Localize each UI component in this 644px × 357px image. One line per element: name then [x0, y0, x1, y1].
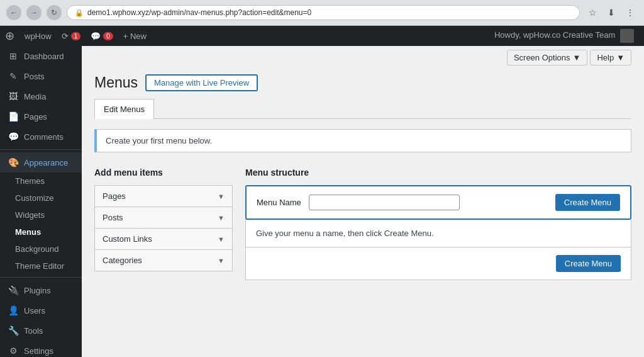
sidebar-item-settings[interactable]: ⚙ Settings — [0, 341, 82, 357]
menu-footer-row: Create Menu — [245, 247, 631, 280]
bookmark-button[interactable]: ☆ — [585, 5, 600, 20]
pages-icon: 📄 — [8, 111, 19, 122]
menus-header: Menus Manage with Live Preview — [82, 69, 644, 99]
theme-editor-sub-label: Theme Editor — [15, 261, 64, 271]
admin-bar: ⊕ wpHow ⟳ 1 💬 0 + New Howdy, wpHow.co Cr… — [0, 26, 644, 46]
accordion-categories-header[interactable]: Categories ▼ — [95, 250, 232, 271]
howdy-text: Howdy, wpHow.co Creative Team — [494, 30, 615, 40]
add-menu-items-panel: Add menu items Pages ▼ Posts ▼ Custom Li — [94, 167, 233, 271]
browser-actions: ☆ ⬇ ⋮ — [585, 5, 638, 20]
sidebar-sub-menus[interactable]: Menus — [0, 224, 82, 241]
accordion-pages-label: Pages — [103, 191, 126, 201]
sidebar-item-appearance[interactable]: 🎨 Appearance — [0, 152, 82, 173]
lock-icon: 🔒 — [75, 9, 84, 17]
settings-icon: ⚙ — [8, 346, 19, 356]
screen-options-label: Screen Options — [514, 53, 570, 62]
admin-bar-comments[interactable]: 💬 0 — [86, 26, 118, 46]
sidebar-sub-themes[interactable]: Themes — [0, 173, 82, 190]
sidebar-item-posts[interactable]: ✎ Posts — [0, 66, 82, 86]
menu-name-input[interactable] — [309, 195, 460, 210]
wp-logo-icon[interactable]: ⊕ — [5, 29, 14, 43]
page-title: Menus — [94, 74, 138, 91]
accordion-custom-links-chevron-icon: ▼ — [218, 235, 225, 243]
accordion-categories: Categories ▼ — [94, 249, 233, 271]
comments-label: Comments — [24, 132, 64, 142]
sidebar: ⊞ Dashboard ✎ Posts 🖼 Media 📄 Pages 💬 Co… — [0, 46, 82, 357]
comments-sidebar-icon: 💬 — [8, 132, 19, 142]
settings-label: Settings — [24, 346, 53, 356]
posts-label: Posts — [24, 72, 45, 81]
plugins-icon: 🔌 — [8, 285, 19, 295]
admin-bar-updates[interactable]: ⟳ 1 — [57, 26, 86, 46]
menu-builder: Add menu items Pages ▼ Posts ▼ Custom Li — [82, 157, 644, 290]
appearance-label: Appearance — [24, 158, 68, 167]
forward-button[interactable]: → — [26, 5, 42, 20]
screen-options-button[interactable]: Screen Options ▼ — [507, 50, 587, 65]
notice-text: Create your first menu below. — [106, 136, 212, 145]
dashboard-icon: ⊞ — [8, 51, 19, 61]
appearance-icon: 🎨 — [8, 157, 19, 167]
sidebar-separator — [0, 149, 82, 150]
themes-sub-label: Themes — [15, 176, 45, 186]
widgets-sub-label: Widgets — [15, 210, 45, 220]
menu-name-row: Menu Name Create Menu — [245, 185, 631, 220]
updates-icon: ⟳ — [62, 31, 69, 41]
sidebar-item-tools[interactable]: 🔧 Tools — [0, 320, 82, 341]
sidebar-item-users[interactable]: 👤 Users — [0, 300, 82, 320]
accordion-posts-label: Posts — [103, 213, 123, 222]
content-area: Screen Options ▼ Help ▼ Menus Manage wit… — [82, 46, 644, 357]
address-bar[interactable]: 🔒 demo1.wphow.xyz/wp-admin/nav-menus.php… — [67, 5, 580, 20]
pages-label: Pages — [24, 112, 47, 122]
reload-button[interactable]: ↻ — [47, 5, 62, 20]
comments-icon: 💬 — [91, 31, 101, 41]
accordion-custom-links-label: Custom Links — [103, 234, 152, 244]
accordion-posts: Posts ▼ — [94, 207, 233, 229]
menu-name-label: Menu Name — [257, 198, 301, 207]
accordion-categories-label: Categories — [103, 256, 142, 265]
comments-count: 0 — [103, 32, 113, 40]
menu-button[interactable]: ⋮ — [623, 5, 638, 20]
download-button[interactable]: ⬇ — [604, 5, 619, 20]
plugins-label: Plugins — [24, 286, 51, 295]
admin-bar-site-name[interactable]: wpHow — [19, 26, 57, 46]
help-label: Help — [597, 53, 614, 62]
sidebar-item-plugins[interactable]: 🔌 Plugins — [0, 280, 82, 300]
screen-options-chevron-icon: ▼ — [573, 53, 581, 62]
tools-label: Tools — [24, 326, 43, 336]
sidebar-item-media[interactable]: 🖼 Media — [0, 86, 82, 106]
accordion-posts-chevron-icon: ▼ — [218, 214, 225, 222]
help-button[interactable]: Help ▼ — [590, 50, 631, 65]
sidebar-sub-customize[interactable]: Customize — [0, 190, 82, 207]
create-menu-button-bottom[interactable]: Create Menu — [556, 255, 621, 272]
accordion-posts-header[interactable]: Posts ▼ — [95, 207, 232, 228]
tab-edit-menus[interactable]: Edit Menus — [94, 99, 154, 119]
sidebar-item-dashboard[interactable]: ⊞ Dashboard — [0, 46, 82, 66]
admin-bar-howdy: Howdy, wpHow.co Creative Team — [489, 29, 639, 43]
menu-structure-title: Menu structure — [245, 167, 631, 178]
create-menu-button-top[interactable]: Create Menu — [555, 194, 620, 211]
wp-tabs: Edit Menus — [94, 99, 631, 119]
admin-bar-new[interactable]: + New — [118, 26, 152, 46]
accordion-categories-chevron-icon: ▼ — [218, 257, 225, 264]
sidebar-sub-background[interactable]: Background — [0, 241, 82, 258]
accordion-pages-header[interactable]: Pages ▼ — [95, 186, 232, 207]
admin-avatar[interactable] — [620, 29, 634, 43]
site-name-text: wpHow — [25, 31, 52, 41]
accordion-custom-links-header[interactable]: Custom Links ▼ — [95, 229, 232, 249]
content-top-bar: Screen Options ▼ Help ▼ — [82, 46, 644, 69]
sidebar-item-pages[interactable]: 📄 Pages — [0, 106, 82, 127]
sidebar-sub-theme-editor[interactable]: Theme Editor — [0, 258, 82, 275]
menus-sub-label: Menus — [15, 227, 41, 237]
sidebar-sub-widgets[interactable]: Widgets — [0, 207, 82, 224]
users-label: Users — [24, 306, 45, 315]
tools-icon: 🔧 — [8, 326, 19, 336]
back-button[interactable]: ← — [6, 5, 21, 20]
sidebar-separator-2 — [0, 277, 82, 278]
customize-sub-label: Customize — [15, 193, 53, 203]
browser-chrome: ← → ↻ 🔒 demo1.wphow.xyz/wp-admin/nav-men… — [0, 0, 644, 26]
help-chevron-icon: ▼ — [616, 53, 625, 62]
menu-hint-text: Give your menu a name, then click Create… — [245, 220, 631, 247]
sidebar-item-comments[interactable]: 💬 Comments — [0, 127, 82, 147]
manage-live-preview-button[interactable]: Manage with Live Preview — [145, 74, 258, 91]
url-text: demo1.wphow.xyz/wp-admin/nav-menus.php?a… — [87, 8, 311, 17]
